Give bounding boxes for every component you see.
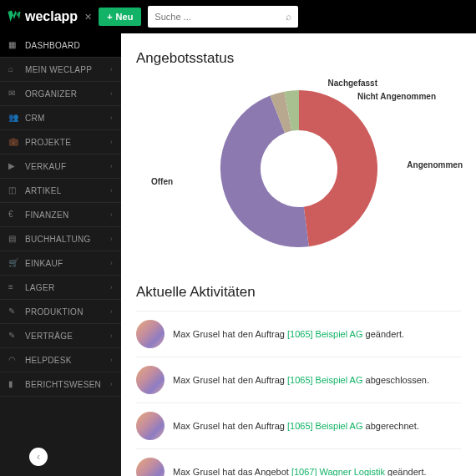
sidebar-item-label: PROJEKTE	[25, 138, 104, 147]
brand-name: weclapp	[25, 9, 78, 24]
collapse-sidebar-button[interactable]: ‹	[29, 448, 48, 466]
sidebar-item-helpdesk[interactable]: ◠HELPDESK›	[0, 348, 121, 372]
wrench-icon: ✎	[8, 306, 18, 316]
avatar[interactable]	[136, 412, 165, 440]
sidebar-item-label: CRM	[25, 114, 104, 123]
sidebar-item-lager[interactable]: ≡LAGER›	[0, 276, 121, 300]
sidebar-item-crm[interactable]: 👥CRM›	[0, 106, 121, 130]
donut-slice-nicht-angenommen[interactable]	[277, 111, 288, 114]
mail-icon: ✉	[8, 89, 18, 99]
sidebar-item-produktion[interactable]: ✎PRODUKTION›	[0, 300, 121, 324]
sidebar-item-organizer[interactable]: ✉ORGANIZER›	[0, 82, 121, 106]
brand-logo[interactable]: weclapp	[7, 9, 78, 24]
chart-section-title: Angebotsstatus	[136, 50, 461, 67]
sidebar-item-label: ORGANIZER	[25, 89, 104, 99]
cube-icon: ◫	[8, 185, 18, 195]
file-icon: ✎	[8, 331, 18, 341]
activity-item: Max Grusel hat den Auftrag [1065] Beispi…	[136, 311, 461, 357]
sidebar-item-label: PRODUKTION	[25, 307, 104, 316]
weclapp-logo-icon	[7, 9, 22, 24]
sidebar-item-label: ARTIKEL	[25, 186, 104, 195]
activity-pre: hat das Angebot	[220, 467, 291, 476]
sidebar-item-dashboard[interactable]: ▦DASHBOARD	[0, 33, 121, 58]
activity-item: Max Grusel hat den Auftrag [1065] Beispi…	[136, 403, 461, 448]
angebotsstatus-chart: Offen Angenommen Nicht Angenommen Nachge…	[136, 77, 461, 261]
sidebar-item-einkauf[interactable]: 🛒EINKAUF›	[0, 251, 121, 276]
calc-icon: ▤	[8, 234, 18, 244]
sidebar-item-finanzen[interactable]: €FINANZEN›	[0, 203, 121, 227]
sidebar-item-label: DASHBOARD	[25, 41, 113, 50]
sidebar-item-label: VERTRÄGE	[25, 332, 104, 341]
chevron-right-icon: ›	[110, 65, 113, 73]
activity-text: Max Grusel hat den Auftrag [1065] Beispi…	[173, 329, 404, 339]
grid-icon: ▦	[8, 40, 18, 50]
chevron-right-icon: ›	[110, 356, 113, 364]
activity-user: Max Grusel	[173, 329, 220, 339]
new-button[interactable]: +Neu	[99, 8, 141, 26]
sidebar-item-verträge[interactable]: ✎VERTRÄGE›	[0, 324, 121, 348]
chart-label-offen: Offen	[151, 177, 173, 186]
sidebar-item-mein-weclapp[interactable]: ⌂MEIN WECLAPP›	[0, 58, 121, 82]
donut-slice-offen[interactable]	[299, 110, 357, 226]
activity-post: abgerechnet.	[363, 421, 419, 431]
db-icon: ≡	[8, 282, 18, 292]
sidebar-item-berichtswesen[interactable]: ▮BERICHTSWESEN›	[0, 372, 121, 397]
chevron-right-icon: ›	[110, 114, 113, 122]
activity-post: abgeschlossen.	[363, 375, 430, 385]
activity-link[interactable]: [1065] Beispiel AG	[287, 375, 363, 385]
chevron-right-icon: ›	[110, 89, 113, 98]
search-wrap: ⌕	[148, 6, 298, 28]
donut-slice-nachgefasst[interactable]	[287, 110, 298, 111]
chevron-right-icon: ›	[110, 283, 113, 291]
avatar[interactable]	[136, 458, 165, 476]
activity-link[interactable]: [1065] Beispiel AG	[287, 329, 363, 339]
activity-pre: hat den Auftrag	[220, 375, 287, 385]
activities-section-title: Aktuelle Aktivitäten	[136, 284, 461, 301]
activity-user: Max Grusel	[173, 421, 220, 431]
activity-link[interactable]: [1067] Wagner Logistik	[291, 467, 385, 476]
activity-text: Max Grusel hat den Auftrag [1065] Beispi…	[173, 375, 429, 385]
chevron-right-icon: ›	[110, 332, 113, 340]
sidebar-item-label: FINANZEN	[25, 210, 104, 220]
activity-text: Max Grusel hat den Auftrag [1065] Beispi…	[173, 421, 419, 431]
activity-link[interactable]: [1065] Beispiel AG	[287, 421, 363, 431]
sidebar-item-label: LAGER	[25, 283, 104, 292]
avatar[interactable]	[136, 320, 165, 348]
headset-icon: ◠	[8, 355, 18, 365]
sidebar-item-label: EINKAUF	[25, 259, 104, 268]
activity-text: Max Grusel hat das Angebot [1067] Wagner…	[173, 467, 427, 476]
donut-chart	[215, 85, 382, 252]
sidebar-item-label: VERKAUF	[25, 162, 104, 171]
close-icon[interactable]: ✕	[84, 12, 92, 23]
chevron-right-icon: ›	[110, 307, 113, 316]
users-icon: 👥	[8, 113, 18, 123]
tag-icon: ▶	[8, 161, 18, 171]
chart-label-angenommen: Angenommen	[407, 160, 463, 170]
activity-post: geändert.	[385, 467, 427, 476]
chart-label-nicht: Nicht Angenommen	[357, 92, 436, 101]
chevron-right-icon: ›	[110, 162, 113, 170]
search-icon[interactable]: ⌕	[286, 11, 291, 23]
topbar: weclapp ✕ +Neu ⌕	[0, 0, 476, 33]
home-icon: ⌂	[8, 64, 18, 74]
chevron-right-icon: ›	[110, 186, 113, 195]
activity-user: Max Grusel	[173, 467, 220, 476]
chevron-right-icon: ›	[110, 380, 113, 388]
activity-post: geändert.	[363, 329, 405, 339]
sidebar-item-verkauf[interactable]: ▶VERKAUF›	[0, 154, 121, 179]
avatar[interactable]	[136, 366, 165, 394]
donut-slice-angenommen[interactable]	[241, 114, 306, 227]
briefcase-icon: 💼	[8, 137, 18, 147]
search-input[interactable]	[154, 12, 286, 22]
sidebar-item-artikel[interactable]: ◫ARTIKEL›	[0, 179, 121, 203]
bars-icon: ▮	[8, 379, 18, 389]
activity-pre: hat den Auftrag	[220, 329, 287, 339]
sidebar-item-projekte[interactable]: 💼PROJEKTE›	[0, 130, 121, 154]
chart-label-nach: Nachgefasst	[328, 78, 377, 88]
plus-icon: +	[107, 12, 112, 22]
activities-list: Max Grusel hat den Auftrag [1065] Beispi…	[136, 311, 461, 476]
sidebar-item-buchhaltung[interactable]: ▤BUCHHALTUNG›	[0, 227, 121, 251]
sidebar-item-label: BUCHHALTUNG	[25, 235, 104, 244]
sidebar: ▦DASHBOARD⌂MEIN WECLAPP›✉ORGANIZER›👥CRM›…	[0, 33, 121, 476]
sidebar-item-label: MEIN WECLAPP	[25, 65, 104, 74]
